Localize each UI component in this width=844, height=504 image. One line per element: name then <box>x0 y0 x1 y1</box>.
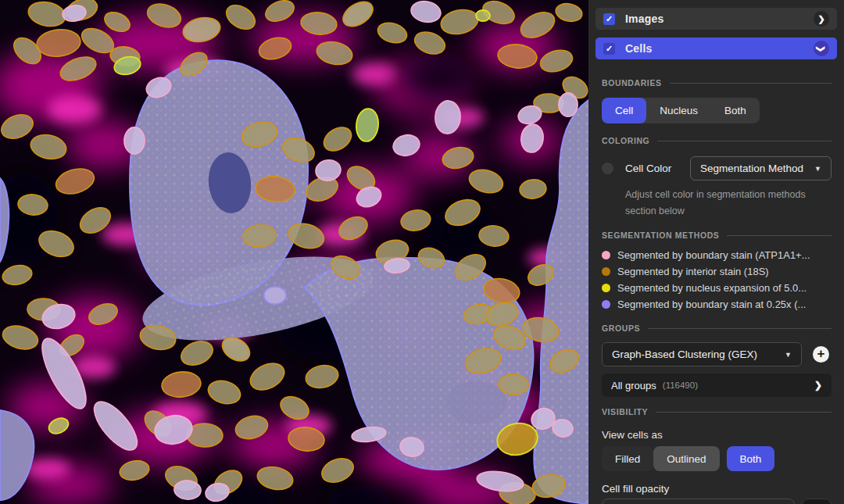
groups-section-header: GROUPS <box>602 323 640 333</box>
boundaries-option-both[interactable]: Both <box>711 98 760 123</box>
microscopy-viewport[interactable] <box>0 0 588 504</box>
all-groups-row[interactable]: All groups (116490) ❯ <box>602 374 831 397</box>
app-window: ✓ Images ❯ ✓ Cells ❯ BOUNDARIES Cell Nuc… <box>0 0 844 504</box>
layer-row-cells[interactable]: ✓ Cells ❯ <box>595 38 837 59</box>
view-cells-as-label: View cells as <box>602 429 831 441</box>
section-divider <box>648 328 831 329</box>
cell-color-dropdown[interactable]: Segmentation Method ▼ <box>690 156 831 181</box>
boundaries-section-header: BOUNDARIES <box>602 78 662 88</box>
cells-layer-label: Cells <box>625 42 652 55</box>
cells-checkbox[interactable]: ✓ <box>603 43 615 55</box>
segmentation-method-item[interactable]: Segmented by interior stain (18S) <box>602 263 831 280</box>
segmentation-method-item[interactable]: Segmented by boundary stain (ATP1A1+... <box>602 247 831 263</box>
boundaries-option-nucleus[interactable]: Nucleus <box>646 98 711 123</box>
boundaries-option-cell[interactable]: Cell <box>602 98 646 123</box>
method-color-dot-violet <box>602 300 610 309</box>
dropdown-caret-icon: ▼ <box>785 351 792 359</box>
chevron-right-icon: ❯ <box>814 380 822 391</box>
clustering-dropdown[interactable]: Graph-Based Clustering (GEX) ▼ <box>602 342 802 366</box>
segmentation-method-item[interactable]: Segmented by boundary stain at 0.25x (..… <box>602 296 831 313</box>
method-color-dot-pink <box>602 251 610 259</box>
all-groups-label: All groups <box>611 380 656 391</box>
method-color-dot-yellow <box>602 284 610 292</box>
cells-settings-panel: ✓ Images ❯ ✓ Cells ❯ BOUNDARIES Cell Nuc… <box>588 0 844 504</box>
dropdown-caret-icon: ▼ <box>814 165 821 173</box>
cell-color-label: Cell Color <box>625 163 671 174</box>
cell-fill-opacity-label: Cell fill opacity <box>602 483 831 495</box>
section-divider <box>656 412 831 413</box>
chevron-right-icon[interactable]: ❯ <box>814 11 829 27</box>
cell-boundary-025x <box>264 287 286 304</box>
view-cells-button-group: Filled Outlined Both <box>602 446 831 471</box>
view-option-both[interactable]: Both <box>727 446 775 471</box>
coloring-helper-text: Adjust cell color in segmentation method… <box>625 187 822 219</box>
images-checkbox[interactable]: ✓ <box>603 13 615 25</box>
cell-fill-opacity-value[interactable]: 50 <box>802 499 831 504</box>
cell-fill-opacity-slider[interactable] <box>602 499 795 504</box>
cell-color-dropdown-value: Segmentation Method <box>700 163 803 174</box>
segmentation-methods-section-header: SEGMENTATION METHODS <box>602 231 719 240</box>
chevron-down-icon[interactable]: ❯ <box>814 41 829 56</box>
all-groups-count: (116490) <box>663 381 698 390</box>
section-divider <box>657 141 831 141</box>
segmentation-method-item[interactable]: Segmented by nucleus expansion of 5.0... <box>602 280 831 296</box>
images-layer-label: Images <box>625 13 663 25</box>
cell-color-swatch-disabled <box>602 163 613 174</box>
boundaries-segmented-control: Cell Nucleus Both <box>602 98 760 123</box>
layer-row-images[interactable]: ✓ Images ❯ <box>595 8 837 30</box>
segmentation-methods-list: Segmented by boundary stain (ATP1A1+... … <box>602 247 831 313</box>
method-color-dot-orange <box>602 267 610 276</box>
visibility-section-header: VISIBILITY <box>602 407 648 416</box>
section-divider <box>727 235 831 236</box>
view-option-filled[interactable]: Filled <box>602 446 653 471</box>
clustering-dropdown-value: Graph-Based Clustering (GEX) <box>612 349 757 360</box>
coloring-section-header: COLORING <box>602 136 649 145</box>
view-option-outlined[interactable]: Outlined <box>653 446 719 471</box>
add-group-button[interactable]: + <box>813 346 829 363</box>
microscopy-image <box>0 0 588 504</box>
section-divider <box>670 83 831 84</box>
